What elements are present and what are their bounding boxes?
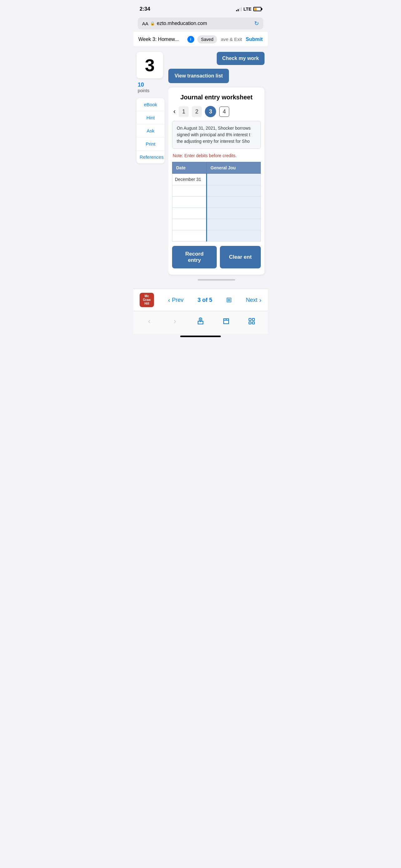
main-content: 3 10 points eBook Hint Ask Print Referen… bbox=[133, 47, 268, 289]
home-indicator bbox=[180, 336, 221, 337]
total-pages: 5 bbox=[209, 297, 212, 303]
browser-bar: AA 🔒 ezto.mheducation.com ↻ bbox=[133, 16, 268, 32]
note-text: Note: Enter debits before credits. bbox=[168, 153, 265, 162]
general-journal-column-header: General Jou bbox=[207, 162, 261, 174]
points-value: 10 bbox=[138, 82, 165, 88]
status-bar: 2:34 LTE bbox=[133, 0, 268, 16]
date-cell-6[interactable] bbox=[172, 230, 207, 242]
date-cell-3[interactable] bbox=[172, 196, 207, 208]
app-header: Week 3: Homew... i Saved ave & Exit Subm… bbox=[133, 32, 268, 47]
points-section: 10 points bbox=[136, 82, 165, 93]
lte-label: LTE bbox=[244, 6, 252, 11]
prev-label: Prev bbox=[172, 297, 183, 303]
signal-icon bbox=[236, 7, 242, 11]
right-content: Check my work View transaction list Jour… bbox=[168, 52, 268, 284]
current-page: 3 bbox=[197, 297, 201, 303]
worksheet-card: Journal entry worksheet ‹ 1 2 3 4 On Aug… bbox=[168, 88, 265, 275]
entry-cell-1[interactable] bbox=[207, 174, 261, 185]
clear-entry-button[interactable]: Clear ent bbox=[220, 246, 261, 269]
question-number-card: 3 bbox=[136, 52, 163, 79]
sidebar-item-print[interactable]: Print bbox=[136, 137, 165, 151]
prev-button[interactable]: ‹ Prev bbox=[168, 297, 183, 304]
bottom-nav: Mc Graw Hill ‹ Prev 3 of 5 ⊞ Next › bbox=[133, 289, 268, 311]
record-entry-button[interactable]: Record entry bbox=[172, 246, 217, 269]
refresh-icon[interactable]: ↻ bbox=[254, 20, 259, 27]
date-cell-4[interactable] bbox=[172, 208, 207, 219]
page-info: 3 of 5 bbox=[197, 297, 212, 303]
svg-rect-6 bbox=[252, 322, 255, 324]
svg-rect-4 bbox=[252, 318, 255, 320]
points-label: points bbox=[138, 88, 165, 93]
journal-table: Date General Jou December 31 bbox=[172, 162, 261, 242]
tab-navigation: ‹ 1 2 3 4 bbox=[168, 106, 265, 121]
tab-prev-arrow[interactable]: ‹ bbox=[173, 107, 175, 116]
url-display: ezto.mheducation.com bbox=[157, 21, 207, 26]
back-button[interactable]: ‹ bbox=[141, 315, 157, 328]
tabs-button[interactable] bbox=[244, 315, 260, 328]
sidebar-item-ask[interactable]: Ask bbox=[136, 124, 165, 137]
svg-rect-5 bbox=[249, 322, 251, 324]
tab-1[interactable]: 1 bbox=[179, 106, 189, 117]
entry-cell-2[interactable] bbox=[207, 185, 261, 196]
status-time: 2:34 bbox=[140, 6, 150, 12]
left-sidebar: 3 10 points eBook Hint Ask Print Referen… bbox=[133, 52, 165, 284]
worksheet-title: Journal entry worksheet bbox=[168, 88, 265, 106]
share-button[interactable] bbox=[193, 315, 208, 328]
tab-3-active[interactable]: 3 bbox=[205, 106, 216, 117]
prev-arrow-icon: ‹ bbox=[168, 297, 170, 304]
saved-button[interactable]: Saved bbox=[197, 35, 218, 43]
lock-icon: 🔒 bbox=[150, 21, 155, 26]
check-my-work-button[interactable]: Check my work bbox=[217, 52, 265, 65]
entry-cell-6[interactable] bbox=[207, 230, 261, 242]
view-transaction-list-button[interactable]: View transaction list bbox=[168, 69, 229, 83]
next-label: Next bbox=[246, 297, 257, 303]
status-icons: LTE bbox=[236, 6, 261, 11]
entry-cell-3[interactable] bbox=[207, 196, 261, 208]
date-cell-2[interactable] bbox=[172, 185, 207, 196]
sidebar-item-references[interactable]: References bbox=[136, 151, 165, 163]
bookmark-button[interactable] bbox=[218, 315, 234, 328]
sidebar-item-ebook[interactable]: eBook bbox=[136, 98, 165, 111]
mcgraw-hill-logo: Mc Graw Hill bbox=[140, 293, 154, 307]
date-column-header: Date bbox=[172, 162, 207, 174]
next-arrow-icon: › bbox=[259, 297, 261, 304]
journal-table-wrapper: Date General Jou December 31 bbox=[168, 162, 265, 246]
table-row bbox=[172, 185, 261, 196]
table-row bbox=[172, 219, 261, 230]
scroll-indicator bbox=[198, 279, 235, 281]
battery-icon bbox=[253, 7, 261, 11]
svg-rect-3 bbox=[249, 318, 251, 320]
table-row bbox=[172, 230, 261, 242]
tab-4[interactable]: 4 bbox=[219, 106, 229, 117]
forward-button[interactable]: › bbox=[167, 315, 183, 328]
grid-icon[interactable]: ⊞ bbox=[226, 296, 232, 304]
info-badge[interactable]: i bbox=[188, 36, 194, 43]
date-cell-1[interactable]: December 31 bbox=[172, 174, 207, 185]
tab-2[interactable]: 2 bbox=[192, 106, 202, 117]
entry-cell-5[interactable] bbox=[207, 219, 261, 230]
ios-bottom-bar: ‹ › bbox=[133, 311, 268, 334]
sidebar-item-hint[interactable]: Hint bbox=[136, 111, 165, 124]
date-cell-5[interactable] bbox=[172, 219, 207, 230]
next-button[interactable]: Next › bbox=[246, 297, 261, 304]
save-exit-button[interactable]: ave & Exit bbox=[220, 35, 243, 43]
submit-button[interactable]: Submit bbox=[246, 36, 263, 42]
entry-cell-4[interactable] bbox=[207, 208, 261, 219]
sidebar-links: eBook Hint Ask Print References bbox=[136, 98, 165, 163]
page-title: Week 3: Homew... bbox=[138, 36, 184, 42]
description-box: On August 31, 2021, Shocker borrows sign… bbox=[172, 121, 261, 149]
address-bar[interactable]: AA 🔒 ezto.mheducation.com ↻ bbox=[138, 18, 263, 29]
action-buttons: Record entry Clear ent bbox=[168, 246, 265, 275]
table-row bbox=[172, 196, 261, 208]
table-row: December 31 bbox=[172, 174, 261, 185]
aa-control[interactable]: AA bbox=[142, 21, 148, 26]
table-row bbox=[172, 208, 261, 219]
